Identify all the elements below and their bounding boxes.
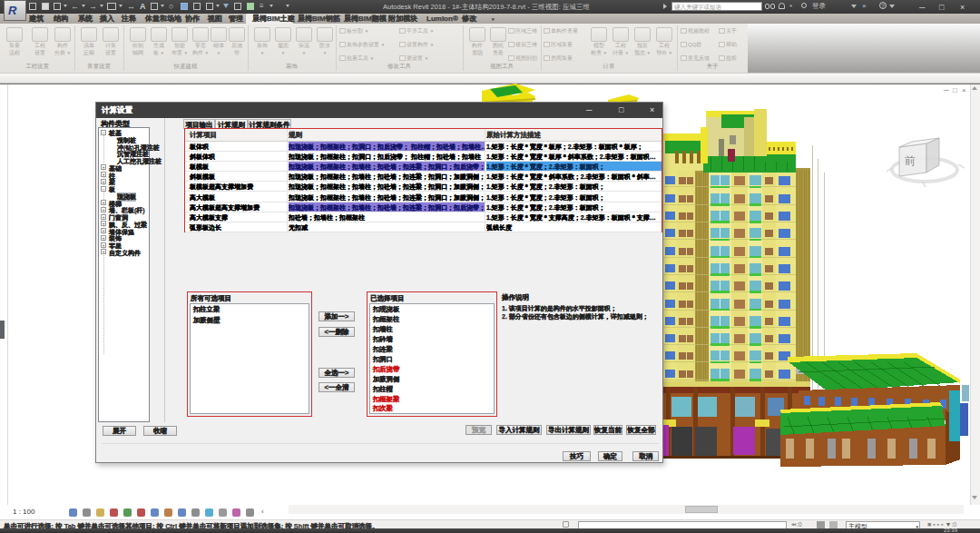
svg-text:前: 前: [905, 154, 916, 167]
